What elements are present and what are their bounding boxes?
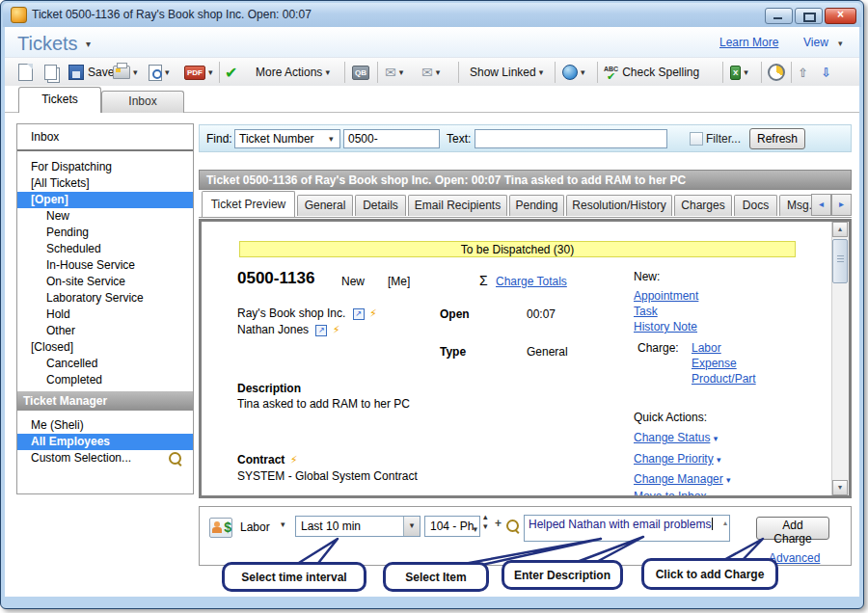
charge-description-input[interactable]: Helped Nathan with email problems ▴ (524, 515, 730, 542)
refresh-button[interactable]: Refresh (749, 128, 805, 149)
sidebar-item-all-employees[interactable]: All Employees (17, 434, 193, 450)
globe-icon (562, 65, 578, 80)
dispatch-status-banner[interactable]: To be Dispatched (30) (239, 241, 796, 257)
sidebar-item-cancelled[interactable]: Cancelled (17, 356, 193, 372)
charge-totals-link[interactable]: Charge Totals (496, 275, 567, 288)
new-appointment-link[interactable]: Appointment (634, 289, 698, 303)
tab-resolution-history[interactable]: Resolution/History (566, 195, 672, 216)
sidebar-item-custom-selection[interactable]: Custom Selection... (17, 450, 193, 466)
sidebar-item-pending[interactable]: Pending (17, 225, 193, 241)
more-actions-button[interactable]: More Actions▾ (252, 63, 330, 82)
send-email-button[interactable]: ✉▾ (421, 63, 440, 82)
contact-row: Nathan Jones ↗ ⚡ (237, 323, 339, 336)
sidebar-item-all-tickets[interactable]: [All Tickets] (17, 175, 193, 192)
scroll-up-button[interactable]: ▴ (832, 222, 848, 237)
tab-ticket-preview[interactable]: Ticket Preview (202, 191, 295, 217)
scroll-up-icon[interactable]: ▴ (723, 519, 727, 527)
sidebar-item-new[interactable]: New (17, 208, 193, 225)
sidebar-item-inbox[interactable]: Inbox (17, 124, 193, 149)
charge-product-part-link[interactable]: Product/Part (692, 372, 756, 386)
move-to-inbox-link[interactable]: Move to Inbox (634, 490, 706, 498)
charge-type-selector[interactable]: Labor (240, 520, 270, 534)
close-button[interactable]: × (825, 8, 856, 24)
show-linked-button[interactable]: Show Linked▾ (466, 63, 543, 82)
text-search-input[interactable] (475, 129, 667, 148)
arrow-up-icon: ⇧ (798, 66, 808, 80)
tab-scroll-right-button[interactable]: ▸ (831, 194, 852, 216)
tab-inbox[interactable]: Inbox (101, 91, 184, 113)
sidebar-item-completed[interactable]: Completed (17, 372, 193, 388)
tab-general[interactable]: General (297, 195, 353, 216)
tab-tickets[interactable]: Tickets (18, 87, 101, 113)
quick-action-bolt-icon[interactable]: ⚡ (290, 454, 298, 466)
quickbooks-button[interactable]: QB (352, 63, 369, 82)
change-priority-link[interactable]: Change Priority ▾ (634, 452, 721, 466)
sidebar-item-laboratory-service[interactable]: Laboratory Service (17, 290, 193, 306)
charge-expense-link[interactable]: Expense (692, 357, 737, 370)
export-excel-button[interactable]: X▾ (730, 63, 748, 82)
new-button[interactable] (18, 63, 33, 82)
change-status-link[interactable]: Change Status ▾ (634, 431, 718, 444)
check-out-button[interactable]: ⇧ (798, 63, 808, 82)
module-title[interactable]: Tickets (17, 33, 78, 55)
sidebar-item-for-dispatching[interactable]: For Dispatching (17, 159, 193, 175)
maximize-icon (803, 13, 816, 22)
change-manager-link[interactable]: Change Manager ▾ (634, 472, 731, 486)
quick-action-bolt-icon[interactable]: ⚡ (369, 307, 377, 319)
sidebar-item-open[interactable]: [Open] (17, 192, 193, 208)
open-account-icon[interactable]: ↗ (353, 308, 365, 320)
email-button[interactable]: ✉▾ (385, 63, 403, 82)
item-spinner-up[interactable]: ▴ (483, 512, 488, 521)
view-caret-icon[interactable]: ▾ (838, 39, 843, 48)
account-name[interactable]: Ray's Book shop Inc. (237, 306, 345, 320)
timer-button[interactable] (768, 63, 785, 82)
ticket-manager-header: Ticket Manager (17, 391, 193, 411)
contact-name[interactable]: Nathan Jones (237, 323, 309, 336)
copy-icon (44, 65, 57, 80)
tab-email-recipients[interactable]: Email Recipients (408, 195, 507, 216)
tab-details[interactable]: Details (355, 195, 406, 216)
charge-labor-link[interactable]: Labor (692, 341, 721, 355)
item-spinner-down[interactable]: ▾ (483, 521, 488, 531)
tab-docs[interactable]: Docs (734, 195, 777, 216)
scrollbar-thumb[interactable] (832, 239, 848, 283)
ticket-number-input[interactable] (343, 129, 440, 148)
web-button[interactable]: ▾ (562, 63, 585, 82)
item-combo[interactable]: 104 - Ph ▾ (424, 516, 480, 537)
print-preview-button[interactable]: ▾ (149, 63, 170, 82)
sidebar-item-other[interactable]: Other (17, 323, 193, 339)
sidebar-item-me[interactable]: Me (Sheli) (17, 417, 193, 434)
time-interval-combo[interactable]: Last 10 min ▾ (295, 516, 420, 537)
new-history-note-link[interactable]: History Note (634, 320, 697, 333)
tab-charges[interactable]: Charges (674, 195, 732, 216)
print-button[interactable]: ▾ (113, 63, 138, 82)
check-spelling-button[interactable]: ABC✔Check Spelling (604, 63, 699, 82)
copy-button[interactable] (44, 63, 60, 82)
minimize-button[interactable] (765, 8, 793, 24)
sidebar-item-on-site-service[interactable]: On-site Service (17, 274, 193, 290)
tab-scroll-left-button[interactable]: ◂ (811, 194, 831, 216)
find-field-select[interactable]: Ticket Number (234, 129, 340, 148)
learn-more-link[interactable]: Learn More (719, 36, 778, 49)
save-button[interactable]: Save (68, 63, 114, 82)
tab-pending[interactable]: Pending (509, 195, 564, 216)
sidebar-item-in-house-service[interactable]: In-House Service (17, 257, 193, 274)
pdf-button[interactable]: PDF▾ (184, 63, 213, 82)
sidebar-item-scheduled[interactable]: Scheduled (17, 241, 193, 257)
filter-checkbox[interactable] (690, 132, 703, 146)
open-contact-icon[interactable]: ↗ (315, 325, 327, 336)
preview-scrollbar[interactable]: ▴ ▾ (831, 222, 849, 495)
new-task-link[interactable]: Task (634, 305, 658, 318)
module-caret-icon[interactable]: ▾ (86, 39, 91, 49)
add-charge-button[interactable]: Add Charge (756, 517, 829, 540)
view-menu[interactable]: View (803, 36, 828, 49)
sidebar-item-closed[interactable]: [Closed] (17, 339, 193, 356)
add-item-button[interactable]: + (495, 517, 502, 530)
scroll-down-button[interactable]: ▾ (832, 480, 848, 495)
maximize-button[interactable] (795, 8, 823, 24)
quick-action-bolt-icon[interactable]: ⚡ (333, 324, 340, 335)
check-in-button[interactable]: ⇩ (821, 63, 831, 82)
sidebar-item-hold[interactable]: Hold (17, 306, 193, 323)
approve-button[interactable]: ✔ (225, 63, 237, 82)
item-search-icon[interactable] (506, 520, 519, 532)
